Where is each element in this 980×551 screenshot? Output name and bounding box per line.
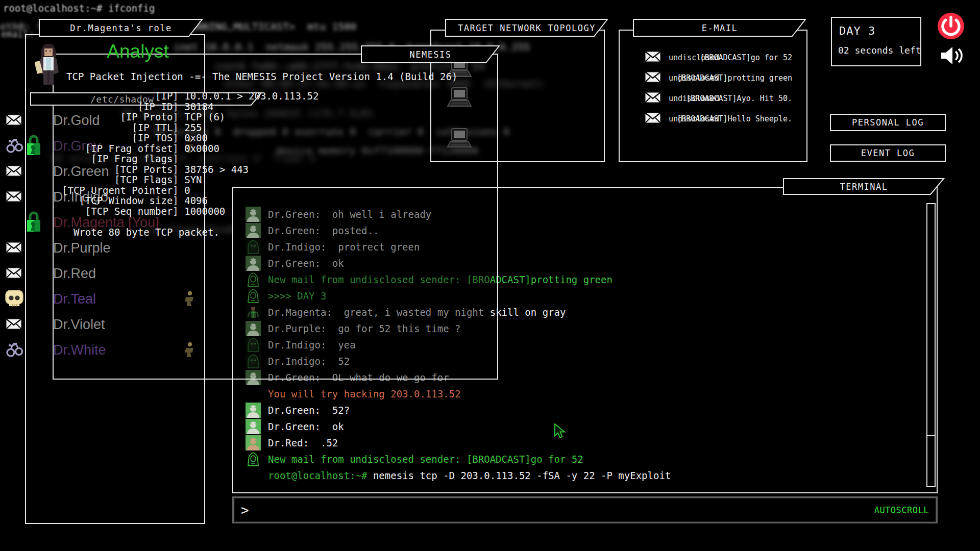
- email-row[interactable]: undisclosed[BROADCAST]protting green: [644, 70, 793, 85]
- handcuffs-icon: [6, 137, 23, 154]
- mail-icon[interactable]: [5, 165, 22, 177]
- terminal-line-text: Dr.Green: ok: [268, 421, 344, 432]
- terminal-line: root@localhost:~# nemesis tcp -D 203.0.1…: [246, 467, 924, 484]
- terminal-line-text: Dr.Red: .52: [268, 437, 338, 448]
- chat-segment: You will try hacking 203.0.113.52: [268, 388, 461, 399]
- nemesis-title: NEMESIS: [409, 49, 451, 60]
- chat-segment: nemesis tcp -D 203.0.113.52 -fSA -y 22 -…: [367, 470, 671, 481]
- email-row[interactable]: undisclosed[BROADCAST]Ayo. Hit 50.: [644, 90, 793, 106]
- nemesis-header: TCP Packet Injection -=- The NEMESIS Pro…: [66, 71, 457, 82]
- role-name: Analyst: [61, 41, 214, 62]
- personal-log-button[interactable]: PERSONAL LOG: [830, 114, 946, 131]
- terminal-line-text: Dr.Green: 52?: [268, 405, 350, 416]
- chat-segment: Dr.Red: .52: [268, 437, 338, 448]
- mail-icon[interactable]: [5, 241, 22, 254]
- chat-avatar-face-bright: [246, 419, 261, 434]
- terminal-line: Dr.Green: 52?: [246, 402, 924, 418]
- game-screen: { "palette": { "border_white": "#e9e9e9"…: [0, 0, 980, 551]
- speaker-icon[interactable]: [939, 45, 964, 66]
- email-subject: [BROADCAST]protting green: [644, 73, 792, 83]
- chat-segment: Dr.Green: 52?: [268, 405, 350, 416]
- chat-avatar-hood-bright: [246, 452, 261, 467]
- terminal-title: TERMINAL: [840, 182, 888, 192]
- chat-avatar-face-bright: [246, 403, 261, 418]
- chat-segment: skill on gray: [490, 307, 566, 318]
- chat-avatar-face-red: [246, 435, 261, 450]
- role-panel-title: Dr.Magenta's role: [70, 23, 172, 33]
- mail-icon[interactable]: [5, 190, 22, 203]
- terminal-banner: TERMINAL: [783, 178, 945, 195]
- terminal-line-text: root@localhost:~# nemesis tcp -D 203.0.1…: [268, 470, 671, 481]
- email-subject: [BROADCAST]Hello Sheeple.: [644, 114, 792, 123]
- handcuffs-icon: [6, 341, 23, 358]
- chat-segment: New mail from undisclosed sender: [BROAD…: [268, 454, 583, 465]
- terminal-line: Dr.Red: .52: [246, 435, 924, 451]
- mail-icon[interactable]: [5, 318, 22, 330]
- nemesis-banner: NEMESIS: [361, 45, 500, 64]
- event-log-label: EVENT LOG: [861, 148, 915, 158]
- terminal-line-text: You will try hacking 203.0.113.52: [268, 388, 461, 399]
- email-row[interactable]: undisclosed[BROADCAST]Hello Sheeple.: [644, 111, 793, 126]
- topology-title: TARGET NETWORK TOPOLOGY: [458, 23, 596, 33]
- avatar-spacer: [246, 386, 261, 402]
- lock-icon: [26, 135, 42, 156]
- terminal-line: You will try hacking 203.0.113.52: [246, 386, 924, 402]
- terminal-line: Dr.Green: ok: [246, 418, 924, 435]
- day-label: DAY 3: [839, 24, 875, 37]
- chat-segment: ADCAST]protting green: [490, 274, 612, 285]
- terminal-line-text: New mail from undisclosed sender: [BROAD…: [268, 454, 583, 465]
- chat-segment: Dr.Green: ok: [268, 421, 344, 432]
- topology-banner: TARGET NETWORK TOPOLOGY: [445, 19, 608, 37]
- terminal-input-row[interactable]: > AUTOSCROLL: [232, 496, 938, 523]
- role-avatar: [35, 43, 62, 86]
- mail-icon[interactable]: [5, 114, 22, 126]
- time-remaining: 02 seconds left: [838, 45, 921, 56]
- personal-log-label: PERSONAL LOG: [852, 117, 924, 128]
- email-subject: [BROADCAST]go for 52: [644, 53, 792, 62]
- email-row[interactable]: undisclosed[BROADCAST]go for 52: [644, 49, 793, 65]
- packet-output: [IP] 10.0.0.1 > 203.0.113.52 [IP ID] 301…: [62, 91, 318, 237]
- chat-segment: root@localhost:~#: [268, 470, 367, 481]
- avatar-spacer: [246, 468, 261, 483]
- power-button[interactable]: [937, 12, 965, 40]
- role-panel-banner: Dr.Magenta's role: [39, 19, 203, 37]
- terminal-scrollbar-thumb[interactable]: [926, 435, 936, 487]
- skull-icon: [5, 289, 24, 308]
- email-subject: [BROADCAST]Ayo. Hit 50.: [644, 94, 792, 103]
- autoscroll-toggle[interactable]: AUTOSCROLL: [874, 505, 929, 515]
- event-log-button[interactable]: EVENT LOG: [830, 144, 946, 162]
- email-banner: E-MAIL: [633, 19, 806, 37]
- mail-icon[interactable]: [5, 267, 22, 279]
- prompt-caret: >: [241, 503, 249, 518]
- terminal-line: New mail from undisclosed sender: [BROAD…: [246, 451, 924, 467]
- email-title: E-MAIL: [702, 23, 738, 33]
- lock-icon: [26, 211, 42, 233]
- cursor-icon: [554, 423, 567, 440]
